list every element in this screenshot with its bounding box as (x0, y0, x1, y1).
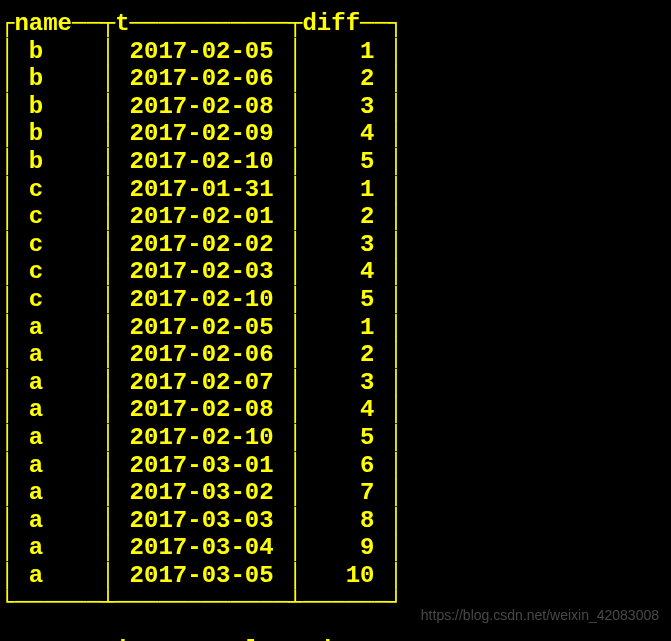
watermark: https://blog.csdn.net/weixin_42083008 (421, 607, 659, 623)
status-line: 20 rows in set. Elapsed: 0.008 sec. (0, 637, 671, 641)
result-table: ┌name──┬t───────────┬diff──┐ │ b │ 2017-… (0, 10, 671, 617)
